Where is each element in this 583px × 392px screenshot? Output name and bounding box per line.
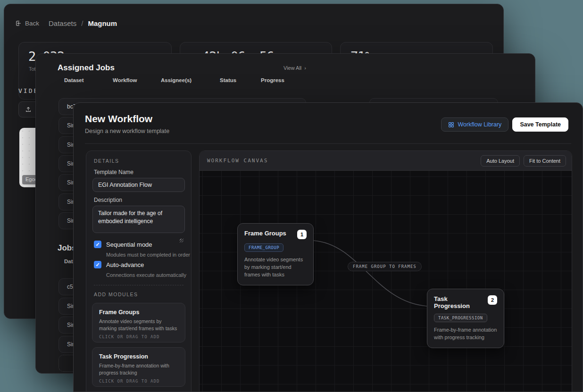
canvas-header: WORKFLOW CANVAS Auto Layout Fit to Conte… — [200, 151, 572, 171]
module-hint: CLICK OR DRAG TO ADD — [99, 379, 178, 384]
modal-title: New Workflow — [85, 113, 152, 125]
workflow-canvas[interactable]: Frame Groups 1 FRAME_GROUP Annotate vide… — [200, 171, 572, 392]
chevron-right-icon: › — [304, 65, 306, 71]
module-card-frame-groups[interactable]: Frame Groups Annotate video segments by … — [92, 303, 185, 342]
resize-handle[interactable] — [180, 239, 183, 242]
sequential-mode-label: Sequential mode — [106, 241, 152, 248]
connection-label: FRAME GROUP TO FRAMES — [348, 262, 422, 271]
details-panel: DETAILS Template Name Description Tailor… — [86, 150, 192, 392]
auto-advance-checkbox[interactable]: Auto-advance — [94, 261, 144, 268]
module-hint: CLICK OR DRAG TO ADD — [99, 334, 178, 339]
desktop: Back Datasets / Magnum 2,032 Total 42h 0… — [0, 0, 583, 392]
breadcrumb-datasets[interactable]: Datasets — [49, 19, 76, 27]
column-progress: Progress — [261, 77, 284, 83]
fit-to-content-button[interactable]: Fit to Content — [524, 155, 566, 167]
column-assignees: Assignee(s) — [161, 77, 192, 83]
template-name-input[interactable] — [92, 178, 185, 192]
node-title: Task Progression — [434, 295, 483, 309]
canvas-heading: WORKFLOW CANVAS — [207, 158, 268, 164]
new-workflow-modal: New Workflow Design a new workflow templ… — [73, 102, 583, 392]
modal-subtitle: Design a new workflow template — [85, 128, 169, 134]
column-dataset: Dataset — [64, 77, 84, 83]
node-title: Frame Groups — [244, 230, 286, 237]
node-type-chip: FRAME_GROUP — [244, 243, 283, 252]
node-description: Frame-by-frame annotation with progress … — [434, 326, 497, 342]
workflow-canvas-panel: WORKFLOW CANVAS Auto Layout Fit to Conte… — [199, 150, 572, 392]
section-divider — [94, 285, 183, 285]
upload-icon — [25, 106, 32, 113]
checkbox-checked-icon — [94, 261, 101, 268]
node-frame-groups[interactable]: Frame Groups 1 FRAME_GROUP Annotate vide… — [237, 223, 314, 285]
header-divider — [85, 143, 571, 144]
breadcrumb: Back Datasets / Magnum — [15, 19, 117, 27]
auto-advance-caption: Connections execute automatically — [106, 272, 186, 278]
workflow-library-label: Workflow Library — [458, 121, 502, 128]
details-heading: DETAILS — [94, 158, 119, 164]
back-icon — [15, 20, 22, 27]
auto-advance-label: Auto-advance — [106, 261, 144, 268]
sequential-mode-checkbox[interactable]: Sequential mode — [94, 241, 152, 248]
module-title: Frame Groups — [99, 309, 178, 316]
workflow-library-button[interactable]: Workflow Library — [441, 117, 509, 132]
node-order-badge: 2 — [488, 295, 497, 305]
view-all-link[interactable]: View All › — [283, 65, 306, 71]
checkbox-checked-icon — [94, 241, 101, 248]
assigned-jobs-title: Assigned Jobs — [58, 63, 115, 73]
breadcrumb-current: Magnum — [88, 19, 117, 27]
node-type-chip: TASK_PROGRESSION — [434, 314, 487, 322]
save-template-button[interactable]: Save Template — [512, 117, 568, 132]
auto-layout-button[interactable]: Auto Layout — [481, 155, 520, 167]
module-description: Annotate video segments by marking start… — [99, 318, 178, 332]
description-textarea[interactable]: Tailor made for the age of embodied inte… — [92, 206, 185, 233]
module-title: Task Progression — [99, 353, 178, 360]
view-all-label: View All — [283, 65, 301, 71]
back-button[interactable]: Back — [15, 20, 39, 27]
node-task-progression[interactable]: Task Progression 2 TASK_PROGRESSION Fram… — [427, 289, 504, 348]
node-description: Annotate video segments by marking start… — [244, 256, 307, 279]
breadcrumb-separator: / — [81, 19, 83, 27]
column-workflow: Workflow — [113, 77, 137, 83]
node-order-badge: 1 — [297, 230, 307, 239]
add-modules-heading: ADD MODULES — [94, 292, 138, 297]
column-status: Status — [220, 77, 236, 83]
grid-icon — [448, 122, 454, 128]
back-label: Back — [25, 20, 39, 27]
module-card-task-progression[interactable]: Task Progression Frame-by-frame annotati… — [92, 347, 185, 387]
description-label: Description — [94, 197, 122, 203]
template-name-label: Template Name — [94, 169, 133, 175]
sequential-mode-caption: Modules must be completed in order — [106, 252, 190, 258]
module-description: Frame-by-frame annotation with progress … — [99, 362, 178, 376]
